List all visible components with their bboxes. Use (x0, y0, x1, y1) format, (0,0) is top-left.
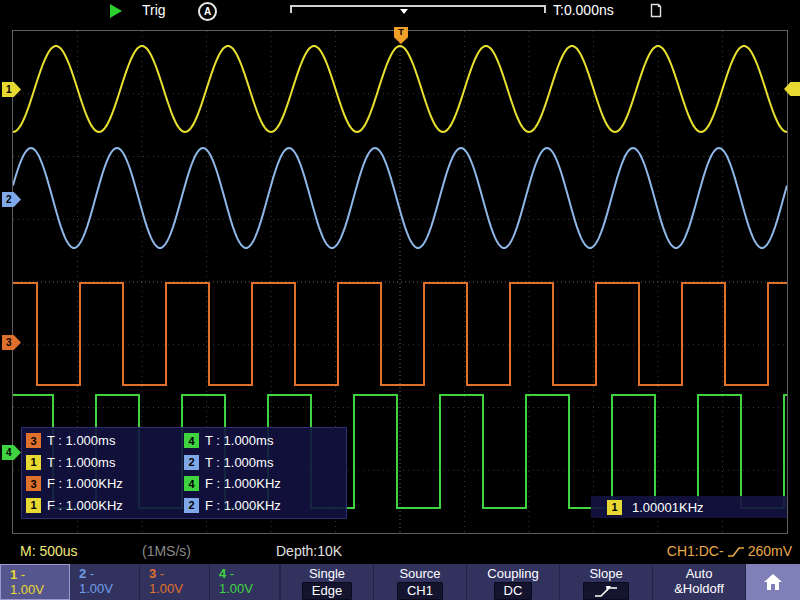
menu-button-coupling[interactable]: Coupling DC (466, 564, 559, 600)
channel-2-badge: 2 (184, 455, 199, 470)
sample-rate-readout: (1MS/s) (142, 543, 191, 559)
channel-number: 1 (10, 567, 17, 582)
status-bar: M: 500us (1MS/s) Depth:10K CH1:DC- 260mV (0, 540, 800, 564)
home-button[interactable] (745, 564, 800, 600)
rising-edge-icon (727, 545, 745, 558)
measurement-value: T : 1.000ms (47, 433, 115, 448)
menu-value: Edge (302, 582, 352, 600)
timebase-readout: M: 500us (20, 543, 78, 559)
auto-trigger-icon: A (198, 2, 217, 21)
channel-scale: 1.00V (149, 581, 209, 596)
measurement-value: T : 1.000ms (47, 455, 115, 470)
oscilloscope-screen: Trig A T:0.000ns T 1 2 3 4 3 (0, 0, 800, 600)
channel-1-badge: 1 (607, 500, 622, 515)
channel-3-badge: 3 (26, 476, 41, 491)
memory-depth-readout: Depth:10K (276, 543, 342, 559)
measurement-item: 2 T : 1.000ms (184, 452, 342, 474)
measurement-item: 3 F : 1.000KHz (26, 473, 184, 495)
channel-number: 2 (79, 566, 86, 581)
memory-window-indicator[interactable] (290, 5, 546, 13)
menu-label-line2: &Holdoff (674, 581, 724, 596)
measurement-item: 1 T : 1.000ms (26, 452, 184, 474)
measurement-value: F : 1.000KHz (47, 476, 123, 491)
graticule: T 1 2 3 4 3 T : 1.000ms 4 T : 1.000ms 1 … (12, 30, 788, 534)
menu-button-auto-holdoff[interactable]: Auto &Holdoff (652, 564, 745, 600)
channel-4-badge: 4 (184, 433, 199, 448)
menu-value: DC (494, 582, 533, 600)
menu-label: Auto (686, 566, 713, 581)
bottom-menu-bar: 1 - 1.00V 2 - 1.00V 3 - 1.00V 4 - 1.00V … (0, 564, 800, 600)
channel-scale: 1.00V (79, 581, 139, 596)
channel-4-badge: 4 (184, 476, 199, 491)
coupling-symbol: - (160, 566, 164, 581)
coupling-symbol: - (90, 566, 94, 581)
measurement-item: 4 T : 1.000ms (184, 430, 342, 452)
trigger-time-readout: T:0.000ns (553, 2, 614, 18)
menu-label: Slope (589, 566, 622, 581)
menu-label: Coupling (487, 566, 538, 581)
channel-2-status-box[interactable]: 2 - 1.00V (70, 564, 140, 600)
channel-number: 3 (149, 566, 156, 581)
measurement-item: 4 F : 1.000KHz (184, 473, 342, 495)
display-area: T 1 2 3 4 3 T : 1.000ms 4 T : 1.000ms 1 … (0, 22, 800, 540)
channel-number: 4 (219, 566, 226, 581)
channel-scale: 1.00V (10, 582, 69, 597)
coupling-symbol: - (230, 566, 234, 581)
channel-4-status-box[interactable]: 4 - 1.00V (210, 564, 280, 600)
channel-scale: 1.00V (219, 581, 279, 596)
menu-button-single[interactable]: Single Edge (280, 564, 373, 600)
menu-button-source[interactable]: Source CH1 (373, 564, 466, 600)
measurement-value: T : 1.000ms (205, 433, 273, 448)
channel-1-status-box[interactable]: 1 - 1.00V (0, 564, 70, 600)
memory-position-marker[interactable] (400, 9, 408, 14)
trigger-settings-readout: CH1:DC- 260mV (667, 543, 792, 559)
channel-1-badge: 1 (26, 455, 41, 470)
channel-1-badge: 1 (26, 498, 41, 513)
top-status-bar: Trig A T:0.000ns (0, 0, 800, 22)
menu-label: Source (399, 566, 440, 581)
measurement-item: 3 T : 1.000ms (26, 430, 184, 452)
measurement-value: F : 1.000KHz (205, 498, 281, 513)
trig-label: Trig (142, 2, 166, 18)
measurement-panel: 3 T : 1.000ms 4 T : 1.000ms 1 T : 1.000m… (21, 427, 347, 519)
measurement-value: T : 1.000ms (205, 455, 273, 470)
menu-label: Single (309, 566, 345, 581)
frequency-counter: 1 1.00001KHz (591, 496, 787, 518)
channel-3-badge: 3 (26, 433, 41, 448)
measurement-item: 2 F : 1.000KHz (184, 495, 342, 517)
coupling-symbol: - (21, 567, 25, 582)
frequency-value: 1.00001KHz (632, 500, 704, 515)
menu-value: CH1 (397, 582, 443, 600)
screenshot-icon[interactable] (648, 2, 664, 19)
run-state-icon (110, 4, 122, 18)
home-icon (763, 573, 783, 591)
trigger-level-readout: 260mV (748, 543, 792, 559)
measurement-value: F : 1.000KHz (205, 476, 281, 491)
channel-2-badge: 2 (184, 498, 199, 513)
trigger-source-coupling: CH1:DC- (667, 543, 724, 559)
channel-3-status-box[interactable]: 3 - 1.00V (140, 564, 210, 600)
measurement-item: 1 F : 1.000KHz (26, 495, 184, 517)
menu-button-slope[interactable]: Slope (559, 564, 652, 600)
measurement-value: F : 1.000KHz (47, 498, 123, 513)
slope-rising-edge-icon (583, 582, 629, 600)
